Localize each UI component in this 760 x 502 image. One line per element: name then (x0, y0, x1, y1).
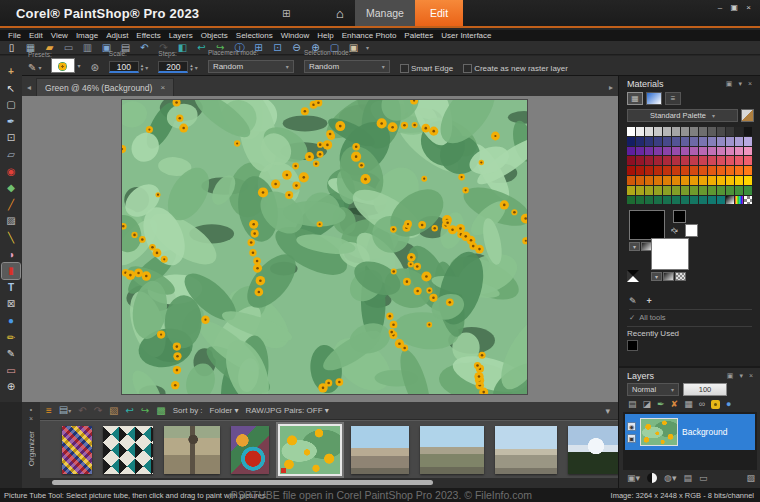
color-swatch[interactable] (699, 186, 707, 195)
steps-spinner[interactable]: ▴▾ (190, 63, 193, 71)
show-photo-icon[interactable]: ▩ (156, 403, 165, 419)
color-swatch[interactable] (726, 186, 734, 195)
blend-ranges-icon[interactable]: ● (726, 399, 731, 409)
color-swatch[interactable] (717, 166, 725, 175)
lock-transparency-icon[interactable] (711, 400, 720, 409)
materials-sliders-tab[interactable]: ≡ (665, 92, 681, 105)
restore-button[interactable]: ▣ (731, 3, 742, 12)
home-icon[interactable]: ⌂ (336, 6, 344, 21)
organizer-scrollbar[interactable] (40, 478, 618, 488)
menu-selections[interactable]: Selections (232, 31, 277, 40)
picture-tube-preview[interactable] (51, 58, 75, 73)
tool-pan[interactable]: + (2, 64, 20, 80)
color-swatch[interactable] (627, 127, 635, 136)
new-layer-icon[interactable]: ▤ (628, 399, 637, 409)
delete-layer-icon[interactable]: ✘ (671, 399, 679, 409)
new-raster-layer-button[interactable]: ▣▾ (627, 473, 640, 483)
placement-mode-select[interactable]: Random▾ (208, 60, 294, 73)
menu-edit[interactable]: Edit (25, 31, 47, 40)
color-swatch[interactable] (708, 186, 716, 195)
color-swatch[interactable] (672, 176, 680, 185)
color-swatch[interactable] (663, 137, 671, 146)
view-full-size-icon[interactable]: ⊡ (271, 42, 284, 54)
blend-mode-select[interactable]: Normal▾ (627, 383, 679, 396)
color-swatch[interactable] (708, 156, 716, 165)
color-swatch[interactable] (681, 127, 689, 136)
rotate-right-icon[interactable]: ↷ (94, 403, 102, 419)
zoom-out-icon[interactable]: ⊖ (290, 42, 303, 54)
tool-preset-shape[interactable]: ⊠ (2, 296, 20, 312)
scale-spinner[interactable]: ▴▾ (141, 63, 144, 71)
organizer-collapse-icon[interactable]: ▾ (605, 406, 610, 416)
thumbnail-vegetable-market[interactable] (231, 426, 269, 474)
color-swatch[interactable] (699, 166, 707, 175)
tool-eraser[interactable]: ▭ (2, 363, 20, 379)
color-swatch[interactable] (627, 176, 635, 185)
color-swatch[interactable] (645, 166, 653, 175)
menu-help[interactable]: Help (313, 31, 337, 40)
bg-pattern-prop-button[interactable] (675, 272, 686, 281)
new-file-icon[interactable]: ▯ (5, 42, 18, 54)
tool-fill[interactable]: ▨ (2, 213, 20, 229)
layer-visibility-icon[interactable]: ◉ (627, 422, 636, 431)
layer-thumbnail[interactable] (640, 418, 678, 446)
color-swatch[interactable] (663, 147, 671, 156)
organizer-toggle-icon[interactable]: ▥ (81, 42, 94, 54)
color-swatch[interactable] (717, 196, 725, 205)
color-swatch[interactable] (681, 147, 689, 156)
color-swatch[interactable] (645, 156, 653, 165)
color-swatch[interactable] (636, 166, 644, 175)
color-swatch[interactable] (717, 186, 725, 195)
color-swatch[interactable] (726, 166, 734, 175)
steps-input[interactable]: 200 (158, 61, 188, 73)
color-swatch[interactable] (726, 137, 734, 146)
color-swatch[interactable] (627, 166, 635, 175)
menu-user-interface[interactable]: User Interface (437, 31, 495, 40)
palette-options-button[interactable] (741, 109, 754, 122)
color-swatch[interactable] (681, 166, 689, 175)
color-swatch[interactable] (717, 176, 725, 185)
org-share-back-icon[interactable]: ↩ (126, 403, 134, 419)
color-swatch[interactable] (636, 176, 644, 185)
tool-text[interactable]: T (2, 280, 20, 296)
color-swatch[interactable] (663, 127, 671, 136)
tool-pen[interactable]: ✎ (2, 346, 20, 362)
tool-makeover[interactable]: ◆ (2, 180, 20, 196)
color-swatch[interactable] (627, 147, 635, 156)
tool-oil-brush[interactable]: ✏ (2, 330, 20, 346)
color-swatch[interactable] (735, 127, 743, 136)
color-swatch[interactable] (672, 186, 680, 195)
thumbnail-textile-diamond-pattern[interactable] (62, 426, 92, 474)
create-raster-layer-checkbox[interactable] (463, 64, 472, 73)
thumbnail-ostrich-photo[interactable] (164, 426, 220, 474)
recently-used-swatch[interactable] (627, 340, 638, 351)
smart-edge-checkbox[interactable] (400, 64, 409, 73)
color-swatch[interactable] (717, 147, 725, 156)
color-swatch[interactable] (690, 176, 698, 185)
thumbnail-mosaic-diamond-tiles[interactable] (103, 426, 153, 474)
color-swatch[interactable] (663, 166, 671, 175)
foreground-color-chip[interactable] (673, 210, 686, 223)
color-swatch[interactable] (663, 186, 671, 195)
screen-capture-icon[interactable]: ◧ (176, 42, 189, 54)
tab-scroll-right-icon[interactable]: ▸ (604, 83, 618, 96)
color-swatch[interactable] (636, 156, 644, 165)
color-swatch[interactable] (735, 147, 743, 156)
color-swatch[interactable] (690, 186, 698, 195)
color-swatch[interactable] (708, 127, 716, 136)
tube-dropdown-arrow[interactable]: ▾ (77, 62, 80, 69)
color-swatch[interactable] (654, 156, 662, 165)
materials-rainbow-tab[interactable] (646, 92, 662, 105)
color-swatch[interactable] (636, 196, 644, 205)
color-swatch[interactable] (645, 137, 653, 146)
color-swatch[interactable] (690, 166, 698, 175)
color-swatch[interactable] (708, 137, 716, 146)
color-swatch[interactable] (699, 156, 707, 165)
color-swatch[interactable] (699, 176, 707, 185)
fg-color-prop-button[interactable]: ▾ (629, 242, 640, 251)
new-mask-button[interactable]: ◍▾ (664, 473, 676, 483)
tool-dropper[interactable]: ✒ (2, 114, 20, 130)
color-swatch[interactable] (726, 196, 734, 205)
color-swatch[interactable] (699, 137, 707, 146)
organizer-close-icon[interactable]: × (29, 414, 33, 423)
